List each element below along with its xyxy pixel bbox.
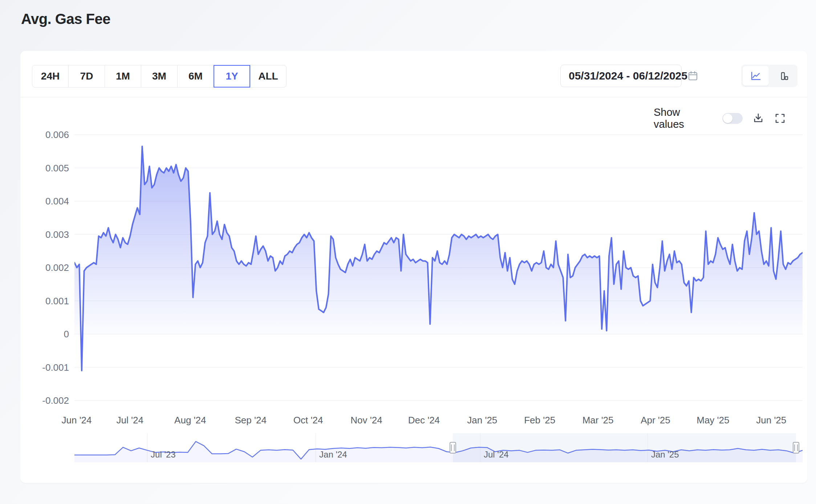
range-button-1y[interactable]: 1Y [214,65,250,88]
x-tick-label: Aug '24 [165,415,216,426]
y-tick-label: -0.001 [25,362,69,373]
y-tick-label: 0.001 [25,296,69,306]
x-tick-label: Nov '24 [341,415,392,426]
navigator-right-handle[interactable] [793,442,799,454]
fullscreen-icon[interactable] [774,112,786,125]
navigator-label: Jul '24 [484,450,509,460]
x-tick-label: Apr '25 [630,415,681,426]
date-range-input[interactable]: 05/31/2024 - 06/12/2025 [560,65,682,87]
toggle-knob [723,114,732,123]
show-values-label: Show values [654,106,713,130]
x-tick-label: Jun '24 [51,415,102,426]
y-tick-label: 0.002 [25,262,69,273]
range-button-3m[interactable]: 3M [141,65,178,88]
y-tick-label: 0.004 [25,196,69,207]
chart-controls-row: Show values [654,110,786,127]
time-range-group: 24H7D1M3M6M1YALL [32,65,287,88]
range-button-7d[interactable]: 7D [68,65,105,88]
range-button-24h[interactable]: 24H [32,65,69,88]
x-tick-label: Dec '24 [398,415,449,426]
navigator-label: Jan '25 [651,450,679,460]
y-tick-label: 0 [25,329,69,340]
y-tick-label: 0.005 [25,163,69,174]
x-tick-label: Feb '25 [514,415,565,426]
x-tick-label: Jun '25 [746,415,797,426]
navigator-left-handle[interactable] [450,442,456,454]
show-values-toggle[interactable] [722,113,743,124]
x-tick-label: Jan '25 [457,415,508,426]
line-chart-icon [750,70,762,82]
page: Avg. Gas Fee 24H7D1M3M6M1YALL 05/31/2024… [0,0,816,504]
chart-type-toggle [741,65,797,87]
x-tick-label: Mar '25 [573,415,624,426]
range-button-1m[interactable]: 1M [105,65,141,88]
y-tick-label: -0.002 [25,395,69,406]
main-chart[interactable] [74,131,803,407]
download-icon[interactable] [752,112,764,125]
column-chart-toggle[interactable] [770,66,796,86]
column-chart-icon [778,70,789,82]
page-title: Avg. Gas Fee [21,11,110,27]
range-button-all[interactable]: ALL [250,65,287,88]
y-tick-label: 0.006 [25,129,69,140]
x-tick-label: Sep '24 [225,415,276,426]
x-tick-label: Oct '24 [283,415,334,426]
navigator-chart[interactable] [74,433,803,462]
range-button-6m[interactable]: 6M [177,65,214,88]
line-chart-toggle[interactable] [743,66,769,86]
toolbar-divider [20,97,807,97]
navigator-label: Jul '23 [151,450,176,460]
calendar-icon[interactable] [687,70,698,81]
date-range-value: 05/31/2024 - 06/12/2025 [569,70,687,82]
x-tick-label: Jul '24 [105,415,155,426]
y-tick-label: 0.003 [25,229,69,240]
x-tick-label: May '25 [687,415,738,426]
navigator-label: Jan '24 [319,450,347,460]
